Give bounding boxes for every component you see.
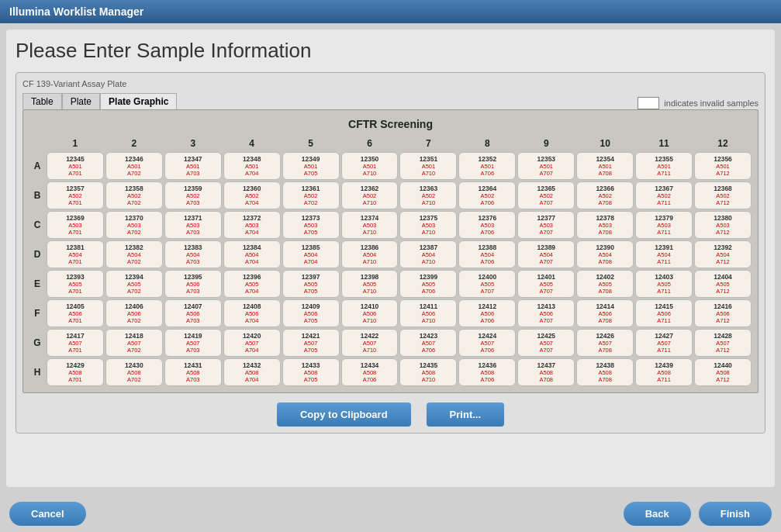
plate-cell-D3[interactable]: 12383A504A703 (164, 240, 222, 268)
plate-cell-H3[interactable]: 12431A508A703 (164, 358, 222, 386)
plate-cell-D5[interactable]: 12385A504A704 (282, 240, 340, 268)
plate-cell-C4[interactable]: 12372A503A704 (223, 211, 281, 239)
plate-cell-H10[interactable]: 12438A508A708 (576, 358, 634, 386)
plate-cell-G3[interactable]: 12419A507A703 (164, 329, 222, 357)
plate-cell-C10[interactable]: 12378A503A708 (576, 211, 634, 239)
plate-cell-G1[interactable]: 12417A507A701 (47, 329, 104, 357)
plate-cell-C11[interactable]: 12379A503A711 (635, 211, 693, 239)
plate-cell-E5[interactable]: 12397A505A705 (282, 270, 340, 298)
plate-cell-D10[interactable]: 12390A504A708 (576, 240, 634, 268)
plate-cell-E6[interactable]: 12398A505A710 (341, 270, 399, 298)
plate-cell-G12[interactable]: 12428A507A712 (694, 329, 752, 357)
plate-cell-E8[interactable]: 12400A505A707 (458, 270, 516, 298)
plate-cell-F7[interactable]: 12411A506A710 (399, 299, 457, 327)
plate-cell-G6[interactable]: 12422A507A710 (341, 329, 399, 357)
plate-cell-A4[interactable]: 12348A501A704 (223, 152, 281, 180)
print-button[interactable]: Print... (427, 402, 504, 427)
plate-cell-H2[interactable]: 12430A508A702 (105, 358, 163, 386)
plate-cell-B1[interactable]: 12357A502A701 (47, 181, 104, 209)
plate-cell-C2[interactable]: 12370A503A702 (105, 211, 163, 239)
plate-cell-C12[interactable]: 12380A503A712 (694, 211, 752, 239)
plate-cell-A5[interactable]: 12349A501A705 (282, 152, 340, 180)
plate-cell-A2[interactable]: 12346A501A702 (105, 152, 163, 180)
plate-cell-G8[interactable]: 12424A507A706 (458, 329, 516, 357)
plate-cell-E12[interactable]: 12404A505A712 (694, 270, 752, 298)
plate-cell-B8[interactable]: 12364A502A706 (458, 181, 516, 209)
plate-cell-A6[interactable]: 12350A501A710 (341, 152, 399, 180)
plate-cell-E11[interactable]: 12403A505A711 (635, 270, 693, 298)
plate-cell-F3[interactable]: 12407A506A703 (164, 299, 222, 327)
plate-cell-F1[interactable]: 12405A506A701 (47, 299, 104, 327)
plate-cell-E9[interactable]: 12401A505A707 (517, 270, 575, 298)
plate-cell-H8[interactable]: 12436A508A706 (458, 358, 516, 386)
plate-cell-C3[interactable]: 12371A503A703 (164, 211, 222, 239)
plate-cell-H4[interactable]: 12432A508A704 (223, 358, 281, 386)
plate-cell-C7[interactable]: 12375A503A710 (399, 211, 457, 239)
plate-cell-B5[interactable]: 12361A502A702 (282, 181, 340, 209)
plate-cell-A7[interactable]: 12351A501A710 (399, 152, 457, 180)
back-button[interactable]: Back (624, 502, 691, 526)
plate-cell-E3[interactable]: 12395A506A703 (164, 270, 222, 298)
plate-cell-G9[interactable]: 12425A507A707 (517, 329, 575, 357)
plate-cell-D12[interactable]: 12392A504A712 (694, 240, 752, 268)
plate-cell-H12[interactable]: 12440A508A712 (694, 358, 752, 386)
plate-cell-B2[interactable]: 12358A502A702 (105, 181, 163, 209)
plate-cell-A10[interactable]: 12354A501A708 (576, 152, 634, 180)
plate-cell-G2[interactable]: 12418A507A702 (105, 329, 163, 357)
plate-cell-F4[interactable]: 12408A506A704 (223, 299, 281, 327)
plate-cell-B6[interactable]: 12362A502A710 (341, 181, 399, 209)
tab-plate[interactable]: Plate (62, 93, 100, 109)
plate-cell-E4[interactable]: 12396A505A704 (223, 270, 281, 298)
plate-cell-F12[interactable]: 12416A506A712 (694, 299, 752, 327)
plate-cell-A9[interactable]: 12353A501A707 (517, 152, 575, 180)
plate-cell-G10[interactable]: 12426A507A708 (576, 329, 634, 357)
plate-cell-H6[interactable]: 12434A508A706 (341, 358, 399, 386)
plate-cell-B11[interactable]: 12367A502A711 (635, 181, 693, 209)
plate-cell-F5[interactable]: 12409A506A705 (282, 299, 340, 327)
cancel-button[interactable]: Cancel (9, 502, 86, 526)
plate-cell-D1[interactable]: 12381A504A701 (47, 240, 104, 268)
plate-cell-A3[interactable]: 12347A501A703 (164, 152, 222, 180)
plate-cell-G7[interactable]: 12423A507A706 (399, 329, 457, 357)
plate-cell-B7[interactable]: 12363A502A710 (399, 181, 457, 209)
plate-cell-B10[interactable]: 12366A502A708 (576, 181, 634, 209)
finish-button[interactable]: Finish (699, 502, 772, 526)
plate-cell-G4[interactable]: 12420A507A704 (223, 329, 281, 357)
plate-cell-D2[interactable]: 12382A504A702 (105, 240, 163, 268)
copy-to-clipboard-button[interactable]: Copy to Clipboard (277, 402, 411, 427)
plate-cell-H7[interactable]: 12435A508A710 (399, 358, 457, 386)
plate-cell-B9[interactable]: 12365A502A707 (517, 181, 575, 209)
plate-cell-D8[interactable]: 12388A504A706 (458, 240, 516, 268)
plate-cell-A1[interactable]: 12345A501A701 (47, 152, 104, 180)
plate-cell-H11[interactable]: 12439A508A711 (635, 358, 693, 386)
plate-cell-B4[interactable]: 12360A502A704 (223, 181, 281, 209)
tab-plate-graphic[interactable]: Plate Graphic (100, 93, 177, 109)
plate-cell-A11[interactable]: 12355A501A711 (635, 152, 693, 180)
plate-cell-G5[interactable]: 12421A507A705 (282, 329, 340, 357)
plate-cell-E10[interactable]: 12402A505A708 (576, 270, 634, 298)
plate-cell-C9[interactable]: 12377A503A707 (517, 211, 575, 239)
plate-cell-D9[interactable]: 12389A504A707 (517, 240, 575, 268)
plate-cell-C8[interactable]: 12376A503A706 (458, 211, 516, 239)
plate-cell-B12[interactable]: 12368A502A712 (694, 181, 752, 209)
plate-cell-F2[interactable]: 12406A506A702 (105, 299, 163, 327)
plate-cell-F6[interactable]: 12410A506A710 (341, 299, 399, 327)
plate-cell-E7[interactable]: 12399A505A706 (399, 270, 457, 298)
plate-cell-A12[interactable]: 12356A501A712 (694, 152, 752, 180)
plate-cell-F9[interactable]: 12413A506A707 (517, 299, 575, 327)
plate-cell-C5[interactable]: 12373A503A705 (282, 211, 340, 239)
plate-cell-F11[interactable]: 12415A506A711 (635, 299, 693, 327)
plate-cell-A8[interactable]: 12352A501A706 (458, 152, 516, 180)
plate-cell-G11[interactable]: 12427A507A711 (635, 329, 693, 357)
plate-cell-D6[interactable]: 12386A504A710 (341, 240, 399, 268)
plate-cell-H1[interactable]: 12429A508A701 (47, 358, 104, 386)
plate-cell-C6[interactable]: 12374A503A710 (341, 211, 399, 239)
plate-cell-E2[interactable]: 12394A505A702 (105, 270, 163, 298)
plate-cell-D11[interactable]: 12391A504A711 (635, 240, 693, 268)
plate-cell-C1[interactable]: 12369A503A701 (47, 211, 104, 239)
plate-cell-H5[interactable]: 12433A508A705 (282, 358, 340, 386)
plate-cell-D4[interactable]: 12384A504A704 (223, 240, 281, 268)
plate-cell-F10[interactable]: 12414A506A708 (576, 299, 634, 327)
plate-cell-E1[interactable]: 12393A505A701 (47, 270, 104, 298)
plate-cell-B3[interactable]: 12359A502A703 (164, 181, 222, 209)
